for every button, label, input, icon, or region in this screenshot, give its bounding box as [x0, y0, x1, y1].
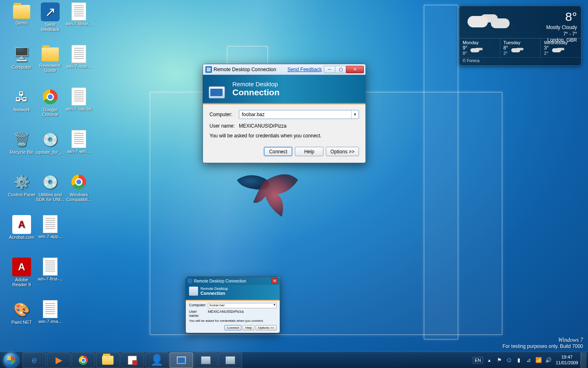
desktop-icon-google-chrome[interactable]: Google Chrome: [36, 88, 65, 117]
icon-label: Windows Compatibil...: [65, 192, 93, 202]
text-file-icon: [71, 45, 86, 63]
rdc-title-icon: [205, 66, 212, 73]
icon-label: Send feedback: [36, 22, 65, 32]
desktop-icon-reviewers-guide[interactable]: Reviewers' Guide: [36, 45, 65, 73]
desktop-icon-acrobat-com[interactable]: AAcrobat.com: [7, 215, 36, 240]
desktop-icon-win-7-app-[interactable]: win-7-app...: [36, 215, 65, 239]
computer-dropdown-icon[interactable]: ▼: [351, 110, 359, 119]
computer-label: Computer:: [209, 112, 239, 117]
taskbar-preview-thumb[interactable]: Remote Desktop Connection ✕ Remote Deskt…: [185, 276, 280, 333]
chrome-icon: [41, 88, 60, 106]
icon-label: Paint.NET: [7, 320, 36, 325]
computer-combobox[interactable]: ▼: [239, 110, 359, 119]
help-button[interactable]: Help: [295, 147, 323, 156]
disc-icon: 💿: [41, 130, 60, 149]
control-panel-icon: ⚙️: [12, 173, 31, 191]
desktop-icon-win-7-ima-[interactable]: win-7-ima...: [36, 300, 65, 324]
taskbar-app1[interactable]: [194, 352, 218, 368]
text-file-icon: [71, 2, 86, 20]
thumb-close-button[interactable]: ✕: [272, 278, 278, 284]
weather-cloud-icon: [463, 9, 529, 36]
icon-label: Adobe Reader 9: [7, 277, 36, 287]
connect-button[interactable]: Connect: [264, 147, 292, 156]
acrobat-icon: A: [12, 215, 31, 234]
forecast-monday: Monday9°8°: [459, 38, 500, 57]
desktop-icon-paint-net[interactable]: 🎨Paint.NET: [7, 300, 36, 325]
desktop-icon-utilities-and-sdk-for-uni-[interactable]: 💿Utilities and SDK for UNI...: [36, 173, 65, 202]
weather-condition: Mostly Cloudy: [529, 25, 577, 31]
taskbar-rdc[interactable]: [169, 352, 193, 368]
taskbar-app2[interactable]: [218, 352, 242, 368]
desktop-icon-network[interactable]: 🖧Network: [7, 88, 36, 112]
desktop-icon-adobe-reader-9[interactable]: AAdobe Reader 9: [7, 258, 36, 287]
rdc-title: Remote Desktop Connection: [214, 67, 276, 72]
icon-label: win-7-ima...: [36, 319, 65, 324]
forecast-cloud-icon: [550, 47, 564, 54]
thumb-banner-icon: [189, 287, 198, 296]
desktop-icon-windows-compatibil-[interactable]: Windows Compatibil...: [65, 173, 93, 202]
rdc-banner: Remote Desktop Connection: [203, 75, 365, 104]
taskbar-clock[interactable]: 19:47 11/01/2009: [556, 355, 578, 365]
text-file-icon: [43, 215, 58, 233]
language-indicator[interactable]: EN: [473, 357, 483, 364]
taskbar-explorer[interactable]: [96, 352, 120, 368]
desktop-icon-demo[interactable]: Demo: [7, 2, 36, 25]
tray-bluetooth-icon[interactable]: ⌬: [506, 357, 512, 364]
rdc-dialog[interactable]: Remote Desktop Connection Send Feedback …: [203, 64, 366, 163]
taskbar-chrome[interactable]: [71, 352, 95, 368]
show-desktop-button[interactable]: [581, 352, 586, 368]
tray-flag-icon[interactable]: ⚑: [496, 357, 503, 364]
tray-up-icon[interactable]: ▴: [486, 357, 493, 364]
taskbar-paintnet[interactable]: [120, 352, 144, 368]
desktop-icon-win-7-uac-txt[interactable]: win-7-uac.txt: [65, 88, 93, 111]
icon-label: Network: [7, 107, 36, 112]
weather-temp: 8°: [529, 9, 577, 25]
desktop-icon-win-7-note-[interactable]: win-7-note...: [65, 45, 93, 69]
desktop-icon-win-7-librar-[interactable]: win-7-librar...: [65, 2, 93, 26]
icon-label: win-7-note...: [65, 64, 93, 69]
taskbar-wmp[interactable]: ▶: [47, 352, 71, 368]
desktop-icon-win-7-first-[interactable]: win-7-first-...: [36, 258, 65, 281]
icon-label: win-7-app...: [36, 234, 65, 239]
thumb-icon: [187, 278, 192, 283]
options-button[interactable]: Options >>: [326, 147, 359, 156]
icon-label: Control Panel: [7, 192, 36, 197]
desktop-icon-send-feedback[interactable]: ↗Send feedback: [36, 2, 65, 32]
start-button[interactable]: [0, 352, 22, 368]
desktop-icon-computer[interactable]: 🖥️Computer: [7, 45, 36, 70]
send-feedback-link[interactable]: Send Feedback: [287, 67, 322, 72]
taskbar-ie[interactable]: e: [22, 352, 46, 368]
desktop-icon-control-panel[interactable]: ⚙️Control Panel: [7, 173, 36, 197]
aero-peek-outline-tall: [424, 5, 458, 339]
icon-label: Recycle Bin: [7, 150, 36, 155]
forecast-wednesday: Wednesday3°2°: [541, 38, 581, 57]
thumb-banner-l1: Remote Desktop: [200, 287, 228, 291]
tray-battery-icon[interactable]: ▮: [516, 357, 522, 364]
windows-watermark: Windows 7 For testing purposes only. Bui…: [503, 337, 583, 349]
icon-label: update_for_...: [36, 150, 65, 155]
maximize-button[interactable]: ▢: [335, 66, 346, 73]
recycle-bin-icon: 🗑️: [12, 130, 31, 149]
desktop-icon-update-for-[interactable]: 💿update_for_...: [36, 130, 65, 155]
weather-gadget[interactable]: 8° Mostly Cloudy 7° - 7° London, GBR Mon…: [459, 6, 581, 66]
desktop-icon-recycle-bin[interactable]: 🗑️Recycle Bin: [7, 130, 36, 155]
icon-label: Reviewers' Guide: [36, 63, 65, 73]
icon-label: win-7-first-...: [36, 276, 65, 281]
text-file-icon: [71, 88, 86, 105]
forecast-cloud-icon: [469, 47, 483, 54]
rdc-titlebar[interactable]: Remote Desktop Connection Send Feedback …: [203, 64, 365, 75]
taskbar[interactable]: e ▶ 👤 EN ▴ ⚑ ⌬ ▮ ⊿ 📶 🔊 19:47 11/01/2009: [0, 352, 588, 368]
thumb-computer: foobar.baz: [208, 303, 276, 308]
tray-network-icon[interactable]: ⊿: [526, 357, 532, 364]
minimize-button[interactable]: ─: [324, 66, 335, 73]
system-tray[interactable]: EN ▴ ⚑ ⌬ ▮ ⊿ 📶 🔊 19:47 11/01/2009: [473, 352, 588, 368]
close-button[interactable]: ✕: [346, 66, 364, 73]
icon-label: win-7-librar...: [65, 21, 93, 26]
desktop-icon-win-7-wm-[interactable]: win-7-wm...: [65, 130, 93, 154]
tray-wifi-icon[interactable]: 📶: [535, 357, 542, 364]
weather-range: 7° - 7°: [529, 31, 577, 38]
start-orb-icon: [4, 353, 18, 368]
computer-input[interactable]: [239, 110, 351, 119]
taskbar-msn[interactable]: 👤: [145, 352, 169, 368]
tray-volume-icon[interactable]: 🔊: [545, 357, 552, 364]
